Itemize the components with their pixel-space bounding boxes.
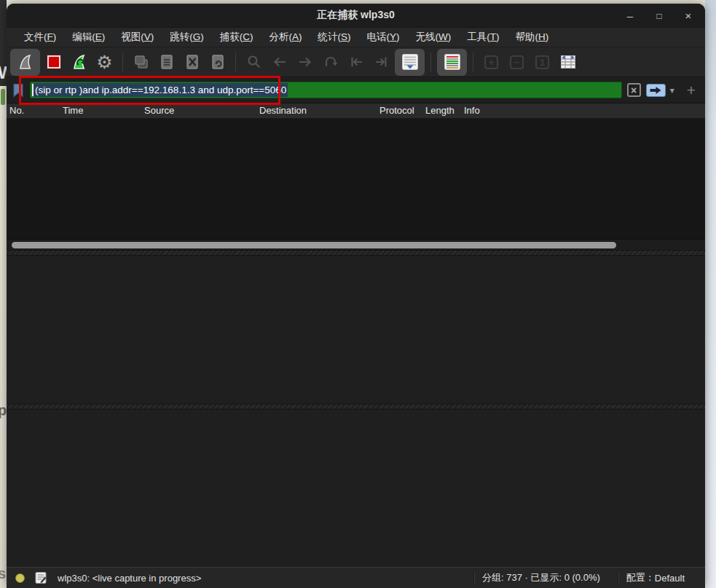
minimize-button[interactable]: – <box>623 9 637 22</box>
go-back-button[interactable] <box>267 50 291 74</box>
go-to-packet-button[interactable] <box>318 50 342 74</box>
desktop-wallpaper-left: W p s <box>0 0 7 588</box>
statusbar-separator <box>473 572 475 584</box>
filter-history-dropdown[interactable]: ▾ <box>670 85 674 95</box>
column-no[interactable]: No. <box>9 105 24 116</box>
packet-list-pane[interactable] <box>7 119 705 250</box>
start-capture-button[interactable] <box>10 49 40 76</box>
reload-file-icon <box>209 53 227 71</box>
column-destination[interactable]: Destination <box>259 105 307 116</box>
find-packet-button[interactable] <box>242 50 266 74</box>
zoom-out-button[interactable]: − <box>505 50 529 74</box>
expert-info-icon[interactable] <box>15 573 25 583</box>
menu-item-view[interactable]: 视图(V) <box>113 28 162 46</box>
menu-item-analyze[interactable]: 分析(A) <box>261 28 310 46</box>
profile-selector[interactable]: 配置： Default <box>626 571 685 584</box>
display-filter-input[interactable]: (sip or rtp )and ip.addr==192.168.1.3 an… <box>30 82 622 98</box>
close-button[interactable]: × <box>682 9 695 22</box>
zoom-reset-button[interactable]: 1 <box>530 50 554 74</box>
clear-icon: × <box>631 85 637 96</box>
packet-stats-text: 分组: 737 · 已显示: 0 (0.0%) <box>482 571 600 584</box>
wallpaper-fragment: W <box>0 63 7 83</box>
zoom-in-button[interactable]: + <box>479 50 503 74</box>
column-source[interactable]: Source <box>144 105 174 116</box>
column-info[interactable]: Info <box>464 105 480 116</box>
scrollbar-thumb[interactable] <box>12 242 616 248</box>
pane-splitter[interactable] <box>7 250 705 256</box>
column-protocol[interactable]: Protocol <box>379 105 414 116</box>
restart-fin-icon <box>71 53 88 71</box>
resize-columns-icon <box>559 53 577 71</box>
restart-capture-button[interactable] <box>67 50 91 74</box>
search-icon <box>246 54 262 70</box>
capture-options-button[interactable]: ⚙ <box>93 50 117 74</box>
zoom-in-icon: + <box>484 55 498 69</box>
maximize-button[interactable]: □ <box>653 11 666 21</box>
save-file-button[interactable] <box>154 50 178 74</box>
wallpaper-fragment <box>1 89 5 105</box>
toolbar-separator <box>473 52 473 71</box>
apply-arrow-icon <box>649 86 662 95</box>
stop-capture-button[interactable] <box>42 50 66 74</box>
capture-file-icon[interactable] <box>35 571 47 584</box>
profile-label: 配置： <box>626 571 655 584</box>
packet-list-header: No. Time Source Destination Protocol Len… <box>7 103 705 119</box>
clear-filter-button[interactable]: × <box>627 83 641 97</box>
apply-filter-button[interactable] <box>646 84 666 97</box>
toolbar-separator <box>235 52 236 71</box>
arrow-right-icon <box>297 54 313 70</box>
auto-scroll-toggle[interactable] <box>395 49 425 76</box>
profile-value: Default <box>655 573 685 584</box>
window-title: 正在捕获 wlp3s0 <box>317 9 395 22</box>
main-toolbar: ⚙ <box>7 47 705 77</box>
menu-item-tools[interactable]: 工具(T) <box>459 28 507 46</box>
reload-file-button[interactable] <box>205 50 229 74</box>
toolbar-separator <box>430 52 431 71</box>
menu-item-wireless[interactable]: 无线(W) <box>408 28 460 46</box>
menu-item-telephony[interactable]: 电话(Y) <box>359 28 408 46</box>
menu-item-edit[interactable]: 编辑(E) <box>64 28 113 46</box>
statusbar: wlp3s0: <live capture in progress> 分组: 7… <box>7 567 705 588</box>
zoom-100-icon: 1 <box>535 55 549 69</box>
go-forward-button[interactable] <box>293 50 317 74</box>
zoom-out-icon: − <box>510 55 524 69</box>
desktop-wallpaper-right <box>705 0 716 588</box>
filter-expression-text: (sip or rtp )and ip.addr==192.168.1.3 an… <box>34 83 288 97</box>
packet-bytes-pane[interactable] <box>7 409 705 567</box>
menu-item-help[interactable]: 帮助(H) <box>508 28 557 46</box>
titlebar[interactable]: 正在捕获 wlp3s0 – □ × <box>7 4 705 28</box>
column-time[interactable]: Time <box>63 105 83 116</box>
pane-splitter[interactable] <box>7 404 705 409</box>
add-filter-button[interactable]: + <box>687 82 696 99</box>
menu-item-file[interactable]: 文件(F) <box>16 28 64 46</box>
column-length[interactable]: Length <box>425 105 455 116</box>
last-packet-button[interactable] <box>369 50 393 74</box>
wallpaper-fragment: p <box>0 402 7 419</box>
horizontal-scrollbar[interactable] <box>7 239 705 250</box>
menu-item-capture[interactable]: 捕获(C) <box>212 28 261 46</box>
arrow-left-icon <box>272 54 288 70</box>
auto-scroll-icon <box>401 52 420 71</box>
wireshark-window: 正在捕获 wlp3s0 – □ × 文件(F) 编辑(E) 视图(V) 跳转(G… <box>7 4 705 588</box>
bookmark-icon[interactable] <box>12 83 25 98</box>
menu-item-go[interactable]: 跳转(G) <box>162 28 212 46</box>
capture-status-text[interactable]: wlp3s0: <live capture in progress> <box>58 573 201 584</box>
first-packet-button[interactable] <box>344 50 368 74</box>
resize-columns-button[interactable] <box>556 50 580 74</box>
open-file-button[interactable] <box>129 50 153 74</box>
open-file-icon <box>133 53 150 71</box>
packet-details-pane[interactable] <box>7 256 705 404</box>
statusbar-right: 分组: 737 · 已显示: 0 (0.0%) 配置： Default <box>466 571 696 584</box>
wallpaper-fragment: s <box>0 565 6 582</box>
window-controls: – □ × <box>623 4 695 28</box>
statusbar-separator <box>618 572 619 584</box>
toolbar-separator <box>122 52 123 71</box>
menubar: 文件(F) 编辑(E) 视图(V) 跳转(G) 捕获(C) 分析(A) 统计(S… <box>7 28 705 47</box>
colorize-toggle[interactable] <box>437 49 467 76</box>
go-first-icon <box>348 54 364 70</box>
menu-item-statistics[interactable]: 统计(S) <box>310 28 359 46</box>
shark-fin-icon <box>17 53 34 71</box>
close-file-button[interactable] <box>180 50 204 74</box>
jump-arrow-icon <box>323 54 339 70</box>
colorize-icon <box>443 52 462 71</box>
